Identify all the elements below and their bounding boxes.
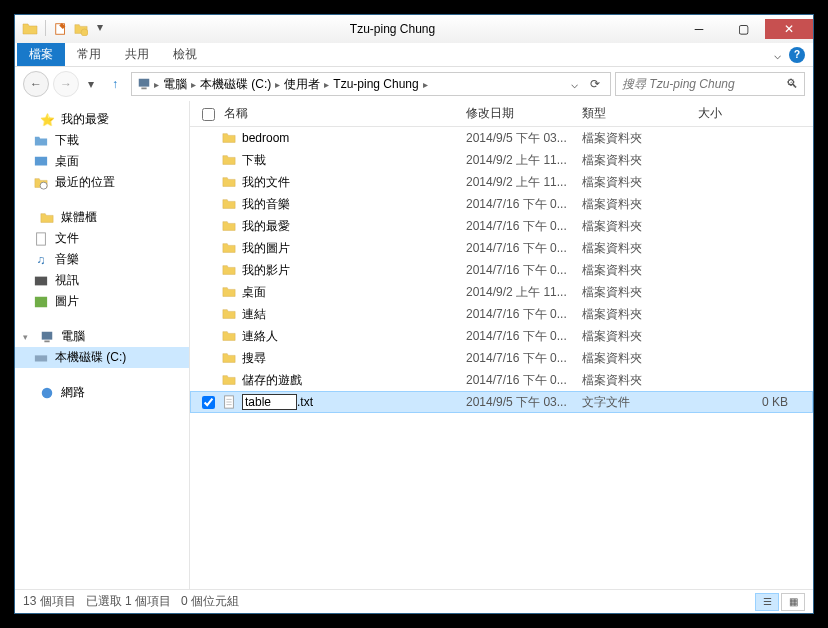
history-dropdown-icon[interactable]: ▾ bbox=[83, 77, 99, 91]
address-dropdown-icon[interactable]: ⌵ bbox=[565, 77, 584, 91]
file-row[interactable]: 我的音樂 2014/7/16 下午 0... 檔案資料夾 bbox=[190, 193, 813, 215]
collapse-icon[interactable]: ▾ bbox=[23, 332, 33, 342]
search-input[interactable] bbox=[622, 77, 786, 91]
file-row[interactable]: 連結 2014/7/16 下午 0... 檔案資料夾 bbox=[190, 303, 813, 325]
ribbon-expand-icon[interactable]: ⌵ bbox=[774, 48, 781, 62]
forward-button[interactable]: → bbox=[53, 71, 79, 97]
file-row-editing[interactable]: .txt 2014/9/5 下午 03... 文字文件 0 KB bbox=[190, 391, 813, 413]
file-list[interactable]: bedroom 2014/9/5 下午 03... 檔案資料夾 下載 2014/… bbox=[190, 127, 813, 589]
file-row[interactable]: bedroom 2014/9/5 下午 03... 檔案資料夾 bbox=[190, 127, 813, 149]
file-row[interactable]: 儲存的遊戲 2014/7/16 下午 0... 檔案資料夾 bbox=[190, 369, 813, 391]
file-row[interactable]: 下載 2014/9/2 上午 11... 檔案資料夾 bbox=[190, 149, 813, 171]
file-type: 文字文件 bbox=[582, 394, 698, 411]
nav-desktop[interactable]: 桌面 bbox=[15, 151, 189, 172]
file-size: 0 KB bbox=[698, 395, 812, 409]
tab-share[interactable]: 共用 bbox=[113, 43, 161, 66]
svg-rect-6 bbox=[37, 232, 46, 244]
crumb-current[interactable]: Tzu-ping Chung bbox=[331, 77, 420, 91]
file-name: 連絡人 bbox=[242, 328, 466, 345]
folder-icon bbox=[220, 130, 238, 146]
column-size[interactable]: 大小 bbox=[698, 105, 813, 122]
qat-newfolder-icon[interactable] bbox=[72, 20, 90, 38]
tab-file[interactable]: 檔案 bbox=[17, 43, 65, 66]
nav-recent[interactable]: 最近的位置 bbox=[15, 172, 189, 193]
column-name[interactable]: 名稱 bbox=[220, 105, 466, 122]
back-button[interactable]: ← bbox=[23, 71, 49, 97]
chevron-right-icon[interactable]: ▸ bbox=[322, 79, 331, 90]
file-row[interactable]: 我的圖片 2014/7/16 下午 0... 檔案資料夾 bbox=[190, 237, 813, 259]
file-row[interactable]: 我的影片 2014/7/16 下午 0... 檔案資料夾 bbox=[190, 259, 813, 281]
nav-pictures[interactable]: 圖片 bbox=[15, 291, 189, 312]
file-row[interactable]: 搜尋 2014/7/16 下午 0... 檔案資料夾 bbox=[190, 347, 813, 369]
close-button[interactable]: ✕ bbox=[765, 19, 813, 39]
libraries-icon bbox=[39, 210, 55, 226]
file-date: 2014/7/16 下午 0... bbox=[466, 306, 582, 323]
search-icon[interactable]: 🔍︎ bbox=[786, 77, 798, 91]
nav-drive-c[interactable]: 本機磁碟 (C:) bbox=[15, 347, 189, 368]
column-date[interactable]: 修改日期 bbox=[466, 105, 582, 122]
star-icon: ⭐ bbox=[39, 112, 55, 128]
qat-properties-icon[interactable] bbox=[52, 20, 70, 38]
file-type: 檔案資料夾 bbox=[582, 328, 698, 345]
column-type[interactable]: 類型 bbox=[582, 105, 698, 122]
navigation-bar: ← → ▾ ↑ ▸ 電腦▸ 本機磁碟 (C:)▸ 使用者▸ Tzu-ping C… bbox=[15, 67, 813, 101]
file-extension: .txt bbox=[297, 395, 313, 409]
file-type: 檔案資料夾 bbox=[582, 262, 698, 279]
search-box[interactable]: 🔍︎ bbox=[615, 72, 805, 96]
chevron-right-icon[interactable]: ▸ bbox=[273, 79, 282, 90]
tab-view[interactable]: 檢視 bbox=[161, 43, 209, 66]
view-tiles-button[interactable]: ▦ bbox=[781, 593, 805, 611]
chevron-right-icon[interactable]: ▸ bbox=[152, 79, 161, 90]
chevron-right-icon[interactable]: ▸ bbox=[189, 79, 198, 90]
qat-dropdown-icon[interactable]: ▾ bbox=[92, 20, 108, 38]
file-type: 檔案資料夾 bbox=[582, 130, 698, 147]
crumb-drive[interactable]: 本機磁碟 (C:) bbox=[198, 76, 273, 93]
ribbon-tabs: 檔案 常用 共用 檢視 ⌵ ? bbox=[15, 43, 813, 67]
nav-favorites[interactable]: ⭐我的最愛 bbox=[15, 109, 189, 130]
chevron-right-icon[interactable]: ▸ bbox=[421, 79, 430, 90]
folder-icon bbox=[220, 240, 238, 256]
file-row[interactable]: 我的文件 2014/9/2 上午 11... 檔案資料夾 bbox=[190, 171, 813, 193]
file-type: 檔案資料夾 bbox=[582, 306, 698, 323]
drive-icon bbox=[33, 350, 49, 366]
file-type: 檔案資料夾 bbox=[582, 196, 698, 213]
crumb-users[interactable]: 使用者 bbox=[282, 76, 322, 93]
select-all-checkbox[interactable] bbox=[202, 108, 215, 121]
file-date: 2014/7/16 下午 0... bbox=[466, 196, 582, 213]
svg-rect-2 bbox=[139, 79, 150, 87]
folder-icon bbox=[220, 196, 238, 212]
file-name: 桌面 bbox=[242, 284, 466, 301]
file-date: 2014/7/16 下午 0... bbox=[466, 218, 582, 235]
maximize-button[interactable]: ▢ bbox=[721, 19, 765, 39]
minimize-button[interactable]: ─ bbox=[677, 19, 721, 39]
navigation-pane: ⭐我的最愛 下載 桌面 最近的位置 媒體櫃 文件 ♫音樂 視訊 圖片 ▾電腦 本… bbox=[15, 101, 190, 589]
view-details-button[interactable]: ☰ bbox=[755, 593, 779, 611]
nav-music[interactable]: ♫音樂 bbox=[15, 249, 189, 270]
file-date: 2014/9/2 上午 11... bbox=[466, 174, 582, 191]
file-name: 我的圖片 bbox=[242, 240, 466, 257]
nav-libraries[interactable]: 媒體櫃 bbox=[15, 207, 189, 228]
file-row[interactable]: 連絡人 2014/7/16 下午 0... 檔案資料夾 bbox=[190, 325, 813, 347]
svg-rect-3 bbox=[141, 88, 146, 90]
up-button[interactable]: ↑ bbox=[103, 72, 127, 96]
tab-home[interactable]: 常用 bbox=[65, 43, 113, 66]
file-row[interactable]: 桌面 2014/9/2 上午 11... 檔案資料夾 bbox=[190, 281, 813, 303]
help-icon[interactable]: ? bbox=[789, 47, 805, 63]
refresh-icon[interactable]: ⟳ bbox=[584, 77, 606, 91]
crumb-computer[interactable]: 電腦 bbox=[161, 76, 189, 93]
nav-network[interactable]: 網路 bbox=[15, 382, 189, 403]
file-name: 搜尋 bbox=[242, 350, 466, 367]
file-row[interactable]: 我的最愛 2014/7/16 下午 0... 檔案資料夾 bbox=[190, 215, 813, 237]
file-name: 我的音樂 bbox=[242, 196, 466, 213]
file-name: 下載 bbox=[242, 152, 466, 169]
row-checkbox[interactable] bbox=[202, 396, 215, 409]
nav-videos[interactable]: 視訊 bbox=[15, 270, 189, 291]
rename-input[interactable] bbox=[242, 394, 297, 410]
desktop-icon bbox=[33, 154, 49, 170]
file-name: 連結 bbox=[242, 306, 466, 323]
file-date: 2014/7/16 下午 0... bbox=[466, 372, 582, 389]
nav-computer[interactable]: ▾電腦 bbox=[15, 326, 189, 347]
nav-downloads[interactable]: 下載 bbox=[15, 130, 189, 151]
address-bar[interactable]: ▸ 電腦▸ 本機磁碟 (C:)▸ 使用者▸ Tzu-ping Chung▸ ⌵ … bbox=[131, 72, 611, 96]
nav-documents[interactable]: 文件 bbox=[15, 228, 189, 249]
